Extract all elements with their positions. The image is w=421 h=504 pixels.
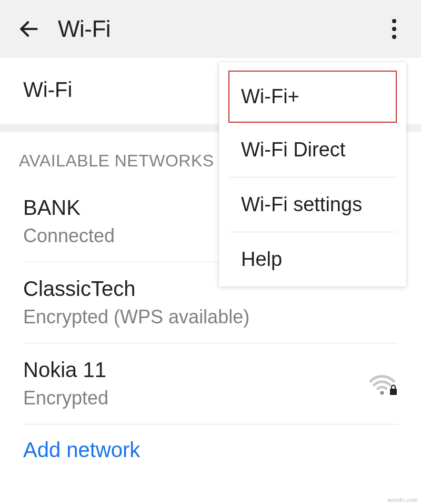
svg-rect-2	[390, 389, 397, 395]
page-title: Wi-Fi	[58, 16, 111, 42]
overflow-dropdown-menu: Wi-Fi+ Wi-Fi Direct Wi-Fi settings Help	[219, 62, 406, 286]
network-status: Encrypted	[23, 387, 398, 409]
menu-item-wifi-settings[interactable]: Wi-Fi settings	[228, 177, 397, 232]
menu-item-wifi-direct[interactable]: Wi-Fi Direct	[228, 123, 397, 177]
wifi-toggle-label: Wi-Fi	[23, 78, 72, 101]
menu-item-help[interactable]: Help	[228, 232, 397, 286]
network-status: Encrypted (WPS available)	[23, 306, 398, 328]
add-network-link[interactable]: Add network	[23, 424, 398, 467]
app-bar: Wi-Fi	[0, 0, 421, 58]
watermark: wsxdn.com	[387, 497, 418, 503]
svg-point-1	[380, 391, 384, 394]
wifi-signal-locked-icon	[368, 372, 398, 396]
network-row[interactable]: Nokia 11 Encrypted	[23, 343, 398, 424]
overflow-menu-icon[interactable]	[386, 16, 402, 42]
network-name: Nokia 11	[23, 358, 398, 382]
menu-item-wifi-plus[interactable]: Wi-Fi+	[228, 71, 397, 123]
back-arrow-icon[interactable]	[16, 16, 42, 42]
